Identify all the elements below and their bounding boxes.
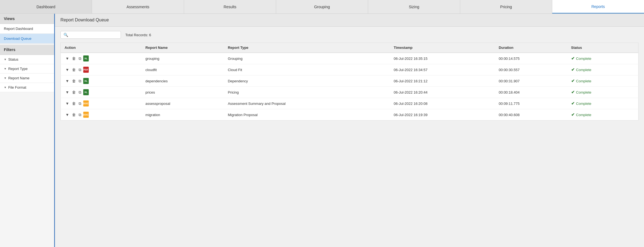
table-row: ▼ 🗑 ⧉ XL groupingGrouping06-Jul-2022 16:…	[61, 53, 639, 64]
nav-tab-sizing[interactable]: Sizing	[368, 0, 460, 13]
action-icons: ▼ 🗑 ⧉ PDF	[65, 67, 138, 73]
sidebar-filters: ▼Status▼Report Type▼Report Name▼File For…	[0, 55, 54, 92]
filter-label: Report Type	[8, 67, 28, 71]
report-type-cell: Cloud Fit	[224, 64, 390, 75]
status-text: Complete	[576, 102, 592, 106]
expand-button[interactable]: ▼	[65, 67, 70, 72]
duration-cell: 00:09:11.775	[495, 98, 567, 109]
status-cell: ✔Complete	[567, 109, 639, 120]
nav-tab-results[interactable]: Results	[184, 0, 276, 13]
top-navigation: DashboardAssessmentsResultsGroupingSizin…	[0, 0, 644, 14]
col-status: Status	[567, 43, 639, 53]
copy-button[interactable]: ⧉	[78, 89, 82, 95]
checkmark-icon: ✔	[571, 112, 575, 117]
action-cell: ▼ 🗑 ⧉ XL	[61, 87, 142, 98]
checkmark-icon: ✔	[571, 101, 575, 106]
timestamp-cell: 06-Jul-2022 16:35:15	[390, 53, 495, 64]
delete-button[interactable]: 🗑	[71, 67, 77, 72]
report-name-cell: migration	[141, 109, 224, 120]
search-box[interactable]: 🔍	[60, 31, 121, 39]
delete-button[interactable]: 🗑	[71, 101, 77, 106]
table-row: ▼ 🗑 ⧉ DOC assessproposalAssessment Summa…	[61, 98, 639, 109]
duration-cell: 00:00:14.575	[495, 53, 567, 64]
nav-tab-grouping[interactable]: Grouping	[276, 0, 368, 13]
duration-cell: 00:00:18.404	[495, 87, 567, 98]
col-report-type: Report Type	[224, 43, 390, 53]
status-text: Complete	[576, 68, 592, 72]
excel-icon: XL	[83, 55, 89, 61]
copy-button[interactable]: ⧉	[78, 101, 82, 106]
timestamp-cell: 06-Jul-2022 16:19:39	[390, 109, 495, 120]
status-text: Complete	[576, 57, 592, 61]
nav-tab-pricing[interactable]: Pricing	[460, 0, 552, 13]
action-icons: ▼ 🗑 ⧉ XL	[65, 55, 138, 61]
table-row: ▼ 🗑 ⧉ PDF cloudfitCloud Fit06-Jul-2022 1…	[61, 64, 639, 75]
report-name-cell: dependencies	[141, 75, 224, 87]
chevron-down-icon: ▼	[4, 86, 7, 89]
chevron-down-icon: ▼	[4, 58, 7, 61]
delete-button[interactable]: 🗑	[71, 112, 77, 117]
filter-item-report-name[interactable]: ▼Report Name	[0, 74, 54, 83]
total-records-label: Total Records: 6	[125, 33, 151, 37]
col-duration: Duration	[495, 43, 567, 53]
action-icons: ▼ 🗑 ⧉ DOC	[65, 112, 138, 118]
timestamp-cell: 06-Jul-2022 16:34:57	[390, 64, 495, 75]
action-cell: ▼ 🗑 ⧉ XL	[61, 53, 142, 64]
timestamp-cell: 06-Jul-2022 16:21:12	[390, 75, 495, 87]
filters-label: Filters	[4, 47, 15, 52]
copy-button[interactable]: ⧉	[78, 112, 82, 118]
expand-button[interactable]: ▼	[65, 56, 70, 61]
report-name-cell: cloudfit	[141, 64, 224, 75]
checkmark-icon: ✔	[571, 56, 575, 61]
search-input[interactable]	[70, 33, 118, 37]
col-timestamp: Timestamp	[390, 43, 495, 53]
status-text: Complete	[576, 90, 592, 94]
expand-button[interactable]: ▼	[65, 112, 70, 117]
nav-tab-reports[interactable]: Reports	[552, 0, 644, 13]
status-text: Complete	[576, 113, 592, 117]
content-area: Report Download Queue 🔍 Total Records: 6…	[55, 14, 644, 247]
report-type-cell: Grouping	[224, 53, 390, 64]
sidebar-item-report-dashboard[interactable]: Report Dashboard	[0, 24, 54, 34]
action-cell: ▼ 🗑 ⧉ DOC	[61, 98, 142, 109]
copy-button[interactable]: ⧉	[78, 67, 82, 73]
delete-button[interactable]: 🗑	[71, 56, 77, 61]
excel-icon: XL	[83, 89, 89, 95]
report-type-cell: Assessment Summary and Proposal	[224, 98, 390, 109]
doc-icon: DOC	[83, 112, 89, 118]
sidebar-item-download-queue[interactable]: Download Queue	[0, 34, 54, 44]
search-row: 🔍 Total Records: 6	[60, 31, 639, 39]
search-icon: 🔍	[63, 33, 68, 37]
nav-tab-dashboard[interactable]: Dashboard	[0, 0, 92, 13]
nav-tab-assessments[interactable]: Assessments	[92, 0, 184, 13]
excel-icon: XL	[83, 78, 89, 84]
status-cell: ✔Complete	[567, 53, 639, 64]
report-type-cell: Migration Proposal	[224, 109, 390, 120]
checkmark-icon: ✔	[571, 67, 575, 72]
content-body: 🔍 Total Records: 6 Action Report Name Re…	[55, 27, 644, 247]
action-icons: ▼ 🗑 ⧉ DOC	[65, 100, 138, 106]
views-section-header: Views	[0, 14, 54, 24]
delete-button[interactable]: 🗑	[71, 78, 77, 84]
expand-button[interactable]: ▼	[65, 78, 70, 84]
copy-button[interactable]: ⧉	[78, 56, 82, 61]
expand-button[interactable]: ▼	[65, 89, 70, 95]
report-name-cell: prices	[141, 87, 224, 98]
copy-button[interactable]: ⧉	[78, 78, 82, 84]
delete-button[interactable]: 🗑	[71, 89, 77, 95]
action-icons: ▼ 🗑 ⧉ XL	[65, 78, 138, 84]
col-report-name: Report Name	[141, 43, 224, 53]
report-table: Action Report Name Report Type Timestamp…	[60, 43, 639, 120]
sidebar-views: Report DashboardDownload Queue	[0, 24, 54, 44]
filter-item-status[interactable]: ▼Status	[0, 55, 54, 64]
status-cell: ✔Complete	[567, 75, 639, 87]
filter-item-report-type[interactable]: ▼Report Type	[0, 64, 54, 74]
filter-item-file-format[interactable]: ▼File Format	[0, 83, 54, 92]
status-cell: ✔Complete	[567, 87, 639, 98]
duration-cell: 00:00:30.557	[495, 64, 567, 75]
filter-label: Report Name	[8, 76, 29, 80]
status-cell: ✔Complete	[567, 98, 639, 109]
checkmark-icon: ✔	[571, 78, 575, 83]
expand-button[interactable]: ▼	[65, 101, 70, 106]
report-type-cell: Dependency	[224, 75, 390, 87]
